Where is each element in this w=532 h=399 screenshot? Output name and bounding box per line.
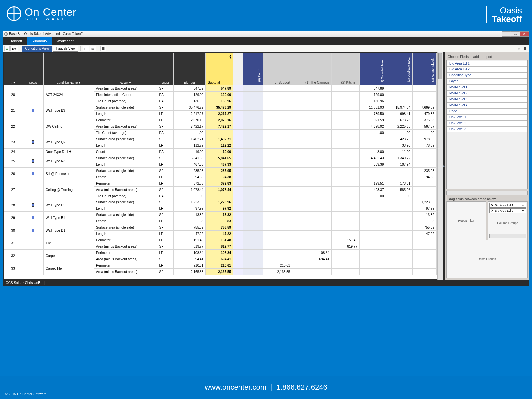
table-row[interactable]: 33Carpet TilePerimeterLF210.61210.61210.… (4, 262, 437, 269)
remove-tag-icon[interactable]: ✕ (491, 209, 494, 212)
group-value-cell (263, 193, 292, 199)
field-list-item[interactable]: M50-Level 1 (447, 84, 527, 90)
export-excel-button[interactable]: X (4, 46, 10, 51)
field-list-item[interactable]: Uni-Level 1 (447, 114, 527, 120)
group-col-header[interactable]: (0) Floor 1 (243, 53, 263, 85)
tab-takeoff[interactable]: Takeoff (6, 37, 27, 45)
group-value-cell (263, 155, 292, 161)
note-icon[interactable] (32, 109, 34, 112)
table-row[interactable]: 20ACT 24X24Area (minus Backout areas)SF5… (4, 85, 437, 92)
chevron-down-icon[interactable]: ▼ (522, 209, 524, 212)
column-group-tag[interactable]: ✕Bid Area Lvl 1▼ (489, 203, 526, 208)
chevron-down-icon[interactable]: ▼ (522, 204, 524, 207)
field-list-item[interactable]: Bid Area Lvl 2 (447, 66, 527, 72)
field-list-hscroll[interactable] (446, 191, 528, 195)
group-col-header[interactable]: (1) The Campus (292, 53, 332, 85)
table-row[interactable]: 23Wall Type Q2Surface area (single side)… (4, 136, 437, 142)
collapse-groups-button[interactable]: − (233, 53, 243, 85)
note-icon[interactable] (32, 140, 34, 144)
table-row[interactable]: 30Wall Type D1Surface area (single side)… (4, 224, 437, 231)
maximize-button[interactable]: ▭ (511, 31, 520, 37)
field-list-item[interactable]: M50-Level 3 (447, 96, 527, 102)
panel-toggle-button[interactable]: ☰ (522, 46, 528, 51)
row-notes-cell[interactable] (22, 117, 44, 136)
rows-groups-dropzone[interactable]: Rows Groups (446, 240, 528, 279)
group-col-header[interactable]: (0) Support (263, 53, 292, 85)
table-row[interactable]: 32CarpetPerimeterLF108.84108.84108.84 (4, 250, 437, 256)
typicals-view-button[interactable]: Typicals View (53, 46, 78, 52)
row-notes-cell[interactable] (22, 180, 44, 199)
export-dv-button[interactable]: DV (10, 46, 18, 51)
row-notes-cell[interactable] (22, 199, 44, 212)
column-groups-dropzone[interactable]: ✕Bid Area Lvl 1▼✕Bid Area Lvl 2▼ Column … (488, 201, 528, 240)
table-row[interactable]: 22DW CeilingPerimeterLF2,070.162,070.161… (4, 117, 437, 123)
note-icon[interactable] (32, 216, 34, 219)
row-notes-cell[interactable] (22, 237, 44, 250)
field-list-item[interactable]: Bid Area Lvl 1 (447, 61, 527, 66)
row-notes-cell[interactable] (22, 250, 44, 262)
bidtotal-cell: 7,422.17 (174, 123, 206, 130)
field-list-item[interactable]: Page (447, 108, 527, 114)
field-list-item[interactable]: Uni-Level 2 (447, 120, 527, 126)
conditions-view-button[interactable]: Conditions View (22, 46, 52, 52)
table-row[interactable]: 24Door Type D - LHCountEA19.0019.008.001… (4, 149, 437, 155)
row-notes-cell[interactable] (22, 85, 44, 104)
row-notes-cell[interactable] (22, 262, 44, 275)
table-row[interactable]: 28Wall Type F1Surface area (single side)… (4, 199, 437, 205)
table-row[interactable]: 31TilePerimeterLF151.48151.48151.48 (4, 237, 437, 243)
table-row[interactable]: 29Wall Type B1Surface area (single side)… (4, 212, 437, 218)
row-notes-cell[interactable] (22, 155, 44, 168)
tab-worksheet[interactable]: Worksheet (52, 37, 78, 45)
field-list-item[interactable]: Uni-Level 3 (447, 126, 527, 132)
row-notes-cell[interactable] (22, 212, 44, 224)
refresh-button[interactable]: ↻ (516, 46, 522, 51)
row-notes-cell[interactable] (22, 149, 44, 155)
group-col-header[interactable]: (2) Duplicate Tak... (386, 53, 413, 85)
column-groups-hscroll[interactable] (489, 234, 526, 238)
column-group-tag[interactable]: ✕Bid Area Lvl 2▼ (489, 208, 526, 213)
row-notes-cell[interactable] (22, 104, 44, 117)
group-value-cell (359, 231, 386, 237)
col-notes-header[interactable]: Notes (22, 53, 44, 85)
col-result-header[interactable]: Result (120, 81, 131, 84)
minimize-button[interactable]: — (502, 31, 511, 37)
report-filter-dropzone[interactable]: Report Filter (446, 201, 486, 240)
field-list-item[interactable]: M50-Level 2 (447, 90, 527, 96)
field-list-item[interactable]: Condition Type (447, 72, 527, 78)
grid-options-button[interactable]: ☰ (100, 46, 106, 51)
col-uom-header[interactable]: UOM (157, 53, 174, 85)
close-button[interactable]: ✕ (520, 31, 529, 37)
field-list-item[interactable]: M50-Level 4 (447, 102, 527, 108)
vertical-scrollbar[interactable] (437, 52, 443, 280)
result-cell: Tile Count (average) (94, 98, 157, 104)
table-row[interactable]: 21Wall Type B3Surface area (single side)… (4, 104, 437, 111)
field-list-item[interactable]: Layer (447, 78, 527, 84)
row-number: 29 (4, 212, 22, 224)
table-row[interactable]: 26Sill @ PerimeterSurface area (single s… (4, 168, 437, 174)
group-col-header[interactable]: I) Rounded Takeo... (359, 53, 386, 85)
col-bidtotal-header[interactable]: Bid Total (174, 53, 206, 85)
subtotal-cell: 694.41 (206, 256, 233, 262)
note-icon[interactable] (32, 172, 34, 175)
row-notes-cell[interactable] (22, 136, 44, 149)
col-num-header[interactable]: # (11, 81, 15, 84)
titlebar[interactable]: Base Bid; Oasis Takeoff Advanced - Oasis… (3, 31, 529, 37)
uom-cell: LF (157, 250, 174, 256)
tab-summary[interactable]: Summary (27, 37, 52, 45)
note-icon[interactable] (32, 159, 34, 163)
table-row[interactable]: 25Wall Type R3Surface area (single side)… (4, 155, 437, 161)
group-col-header[interactable]: (3) Rotate Takeof... (413, 53, 437, 85)
table-row[interactable]: 27Ceiling @ TrainingPerimeterLF372.83372… (4, 180, 437, 187)
row-notes-cell[interactable] (22, 168, 44, 180)
remove-tag-icon[interactable]: ✕ (491, 204, 494, 207)
group-col-header[interactable]: (2) Kitchen (332, 53, 360, 85)
group-value-cell (263, 161, 292, 168)
group-value-cell (243, 161, 263, 168)
note-icon[interactable] (32, 229, 34, 232)
note-icon[interactable] (32, 203, 34, 207)
layout-button-1[interactable]: ◫ (83, 46, 89, 51)
col-condname-header[interactable]: Condition Name (57, 81, 81, 84)
layout-button-2[interactable]: ▤ (90, 46, 96, 51)
row-notes-cell[interactable] (22, 224, 44, 237)
col-subtotal-header[interactable]: ❮ Subtotal (206, 53, 233, 85)
